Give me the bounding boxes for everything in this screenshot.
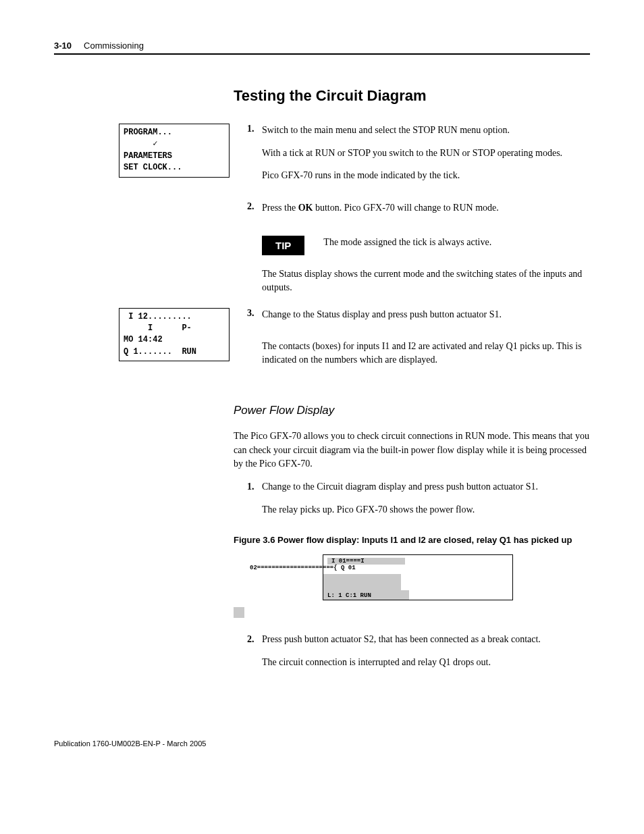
- figure-box: I 01====I 02====================={ Q 01 …: [323, 554, 513, 600]
- step-1-row: PROGRAM... ✓ PARAMETERS SET CLOCK... 1. …: [54, 124, 590, 304]
- page-header: 3-10 Commissioning: [54, 41, 590, 55]
- pf-step-2-text: Press push button actuator S2, that has …: [262, 633, 590, 646]
- tip-text: The mode assigned the tick is always act…: [323, 236, 590, 249]
- step-1-text: Switch to the main menu and select the S…: [262, 124, 590, 137]
- tip-badge: TIP: [262, 236, 304, 255]
- pf-step-1-p2: The relay picks up. Pico GFX-70 shows th…: [262, 503, 590, 517]
- step-2-c: button. Pico GFX-70 will change to RUN m…: [313, 203, 498, 213]
- tip-row: TIP The mode assigned the tick is always…: [262, 236, 590, 255]
- step-1-p2: With a tick at RUN or STOP you switch to…: [262, 147, 590, 160]
- menu-screen-box: PROGRAM... ✓ PARAMETERS SET CLOCK...: [119, 124, 230, 178]
- step-3-p2: The contacts (boxes) for inputs I1 and I…: [262, 340, 590, 366]
- screen1-l4: SET CLOCK...: [124, 163, 182, 172]
- footer-publication: Publication 1760-UM002B-EN-P - March 200…: [54, 739, 590, 748]
- step-2-text: Press the OK button. Pico GFX-70 will ch…: [262, 201, 590, 215]
- screen2-l4: Q 1....... RUN: [124, 347, 196, 357]
- step-3-row: I 12......... I P- MO 14:42 Q 1....... R…: [54, 308, 590, 386]
- screen1-l3: PARAMETERS: [124, 151, 172, 161]
- screen1-l1: PROGRAM...: [124, 128, 172, 137]
- step-2-b: OK: [298, 203, 313, 213]
- subhead-power-flow: Power Flow Display: [234, 404, 590, 417]
- screen2-l2: I P-: [124, 323, 192, 333]
- fig-spacer: [323, 574, 401, 590]
- status-para: The Status display shows the current mod…: [262, 267, 590, 294]
- pf-step-2-number: 2.: [247, 633, 262, 678]
- grey-square-marker: [234, 607, 244, 618]
- page: 3-10 Commissioning Testing the Circuit D…: [0, 0, 644, 775]
- fig-line1-text: I 01====I 02====================={ Q 01: [250, 558, 365, 571]
- screen2-l1: I 12.........: [124, 312, 192, 321]
- step-1-p3: Pico GFX-70 runs in the mode indicated b…: [262, 169, 590, 182]
- chapter-name: Commissioning: [84, 41, 144, 51]
- pf-step-1-text: Change to the Circuit diagram display an…: [262, 480, 590, 494]
- step-3-text: Change to the Status display and press p…: [262, 308, 590, 321]
- pf-intro-para: The Pico GFX-70 allows you to check circ…: [234, 429, 590, 471]
- status-screen-box: I 12......... I P- MO 14:42 Q 1....... R…: [119, 308, 230, 362]
- section-title: Testing the Circuit Diagram: [234, 87, 590, 105]
- screen1-l2: ✓: [124, 139, 157, 149]
- page-number: 3-10: [54, 41, 72, 51]
- step-1-number: 1.: [247, 124, 262, 192]
- pf-step-1-number: 1.: [247, 480, 262, 525]
- fig-line2: L: 1 C:1 RUN: [323, 590, 409, 600]
- step-2-number: 2.: [247, 201, 262, 224]
- step-3-number: 3.: [247, 308, 262, 376]
- figure-caption: Figure 3.6 Power flow display: Inputs I1…: [234, 535, 590, 545]
- step-2-a: Press the: [262, 203, 298, 213]
- screen2-l3: MO 14:42: [124, 335, 163, 344]
- pf-step-2-p2: The circuit connection is interrupted an…: [262, 656, 590, 669]
